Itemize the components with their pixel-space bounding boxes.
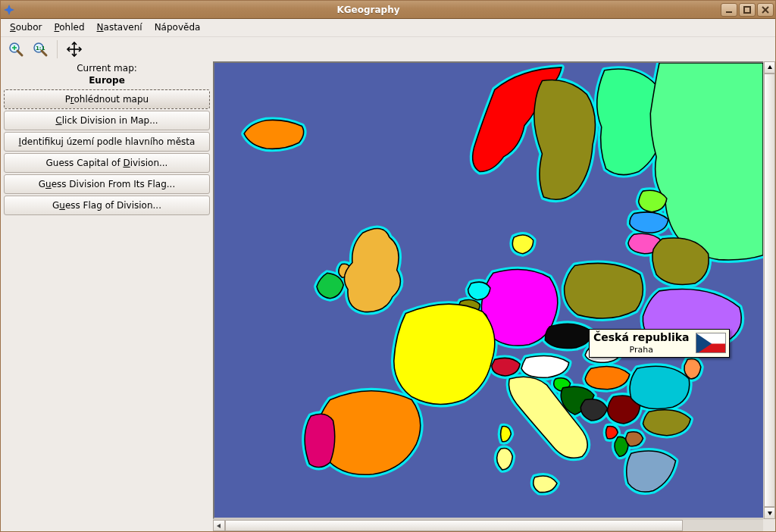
zoom-reset-button[interactable]: 1:1: [30, 39, 51, 60]
vertical-scroll-thumb[interactable]: [764, 74, 775, 507]
map-area: Česká republika Praha: [213, 61, 775, 531]
move-tool-button[interactable]: [64, 39, 85, 60]
country-romania[interactable]: [630, 366, 690, 408]
country-latvia[interactable]: [630, 212, 668, 233]
horizontal-scrollbar[interactable]: [213, 519, 775, 531]
svg-text:1:1: 1:1: [36, 45, 45, 52]
country-tooltip: Česká republika Praha: [589, 329, 730, 358]
content-area: Current map: Europe Prohlédnout mapu Cli…: [1, 61, 775, 531]
country-czechrepublic[interactable]: [545, 324, 591, 348]
guess-division-from-flag-button[interactable]: Guess Division From Its Flag...: [4, 174, 210, 194]
guess-flag-button[interactable]: Guess Flag of Division...: [4, 196, 210, 215]
menu-file[interactable]: Soubor: [4, 19, 48, 36]
scroll-up-button[interactable]: [764, 61, 775, 74]
horizontal-scroll-thumb[interactable]: [225, 520, 683, 531]
country-poland[interactable]: [565, 263, 643, 318]
menu-settings[interactable]: Nastavení: [91, 19, 149, 36]
tooltip-country-name: Česká republika: [593, 331, 690, 345]
svg-marker-19: [768, 512, 772, 515]
horizontal-scroll-track[interactable]: [225, 520, 763, 531]
scroll-left-button[interactable]: [213, 520, 225, 531]
current-map-label: Current map:: [4, 61, 210, 75]
menu-view[interactable]: Pohled: [48, 19, 90, 36]
identify-by-capital-button[interactable]: Identifikuj území podle hlavního města: [4, 132, 210, 152]
europe-map[interactable]: [214, 63, 763, 510]
minimize-button[interactable]: [721, 3, 737, 17]
scroll-down-button[interactable]: [764, 507, 775, 519]
titlebar[interactable]: KGeography: [1, 1, 775, 19]
svg-line-6: [17, 51, 22, 55]
zoom-in-button[interactable]: [5, 39, 27, 60]
click-division-button[interactable]: Click Division in Map...: [4, 111, 210, 130]
app-icon: [1, 5, 17, 15]
current-map-name: Europe: [4, 75, 210, 89]
maximize-button[interactable]: [739, 3, 756, 17]
svg-marker-20: [217, 524, 221, 528]
menu-help[interactable]: Nápověda: [149, 19, 207, 36]
window-title: KGeography: [17, 5, 719, 15]
vertical-scroll-track[interactable]: [764, 74, 775, 507]
close-button[interactable]: [757, 3, 774, 17]
guess-capital-button[interactable]: Guess Capital of Division...: [4, 153, 210, 173]
toolbar-separator: [57, 40, 58, 58]
svg-rect-2: [744, 7, 750, 13]
menubar: Soubor Pohled Nastavení Nápověda: [1, 19, 775, 37]
toolbar: 1:1: [1, 37, 775, 61]
scrollbar-corner: [763, 519, 775, 531]
svg-marker-18: [768, 65, 772, 69]
country-belarus[interactable]: [652, 238, 709, 285]
country-portugal[interactable]: [305, 414, 335, 467]
tooltip-flag-icon: [696, 333, 726, 353]
sidebar: Current map: Europe Prohlédnout mapu Cli…: [1, 61, 213, 531]
svg-marker-0: [4, 5, 14, 15]
browse-map-button[interactable]: Prohlédnout mapu: [4, 89, 210, 109]
vertical-scrollbar[interactable]: [763, 61, 775, 519]
tooltip-capital-name: Praha: [630, 345, 653, 355]
app-window: KGeography Soubor Pohled Nastavení Nápov…: [0, 0, 776, 532]
map-viewport[interactable]: Česká republika Praha: [213, 61, 775, 519]
